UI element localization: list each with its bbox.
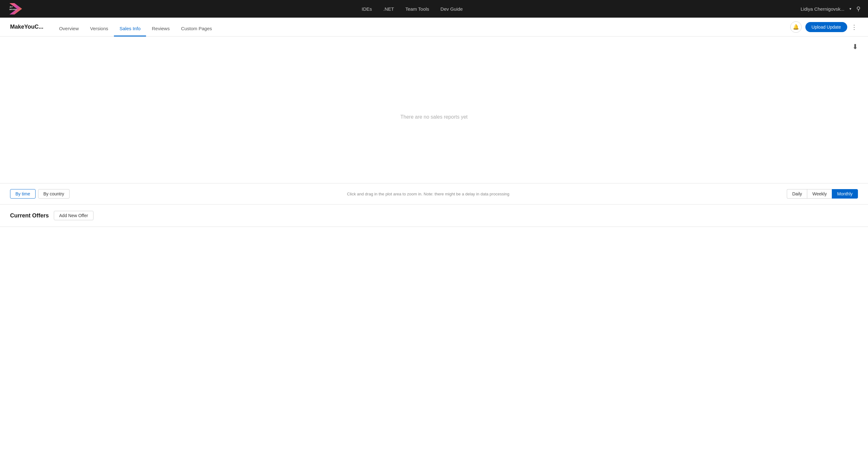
- search-icon[interactable]: ⚲: [856, 5, 861, 12]
- by-time-button[interactable]: By time: [10, 189, 36, 198]
- tab-overview[interactable]: Overview: [54, 26, 85, 36]
- main-content: ⬇ There are no sales reports yet By time…: [0, 36, 868, 227]
- chart-empty-area: There are no sales reports yet: [0, 51, 868, 183]
- svg-text:JET: JET: [9, 6, 13, 8]
- add-new-offer-button[interactable]: Add New Offer: [54, 211, 93, 220]
- time-period-toggle: Daily Weekly Monthly: [787, 189, 858, 198]
- top-navigation: JET BRAINS IDEs .NET Team Tools Dev Guid…: [0, 0, 868, 18]
- svg-text:BRAINS: BRAINS: [9, 8, 17, 10]
- sub-navigation: MakeYouC... Overview Versions Sales Info…: [0, 18, 868, 36]
- bell-icon: 🔔: [793, 24, 799, 30]
- top-nav-right: Lidiya Chernigovsk... ▾ ⚲: [801, 5, 861, 12]
- daily-button[interactable]: Daily: [787, 189, 807, 198]
- tab-versions[interactable]: Versions: [84, 26, 114, 36]
- sub-nav-tabs: Overview Versions Sales Info Reviews Cus…: [54, 18, 218, 36]
- current-offers-title: Current Offers: [10, 212, 49, 219]
- chevron-down-icon[interactable]: ▾: [849, 7, 851, 11]
- more-options-button[interactable]: ⋮: [851, 23, 858, 31]
- top-nav-links: IDEs .NET Team Tools Dev Guide: [36, 6, 788, 12]
- filter-bar: By time By country Click and drag in the…: [0, 183, 868, 204]
- logo[interactable]: JET BRAINS: [7, 2, 24, 16]
- weekly-button[interactable]: Weekly: [807, 189, 832, 198]
- tab-reviews[interactable]: Reviews: [146, 26, 175, 36]
- tab-custompages[interactable]: Custom Pages: [175, 26, 217, 36]
- tab-salesinfo[interactable]: Sales Info: [114, 26, 146, 36]
- view-filter-buttons: By time By country: [10, 189, 69, 198]
- bottom-divider: [0, 226, 868, 227]
- zoom-hint-text: Click and drag in the plot area to zoom …: [69, 192, 787, 196]
- nav-ides[interactable]: IDEs: [362, 6, 372, 12]
- nav-dotnet[interactable]: .NET: [383, 6, 394, 12]
- monthly-button[interactable]: Monthly: [832, 189, 858, 198]
- plugin-name: MakeYouC...: [10, 24, 43, 30]
- current-offers-section: Current Offers Add New Offer: [0, 204, 868, 226]
- download-icon[interactable]: ⬇: [852, 43, 858, 51]
- empty-state-text: There are no sales reports yet: [400, 114, 467, 120]
- notification-bell-button[interactable]: 🔔: [790, 22, 802, 33]
- by-country-button[interactable]: By country: [38, 189, 69, 198]
- sub-nav-right: 🔔 Upload Update ⋮: [790, 22, 858, 33]
- upload-update-button[interactable]: Upload Update: [805, 22, 847, 32]
- nav-teamtools[interactable]: Team Tools: [405, 6, 429, 12]
- nav-devguide[interactable]: Dev Guide: [441, 6, 463, 12]
- user-name[interactable]: Lidiya Chernigovsk...: [801, 6, 844, 12]
- download-bar: ⬇: [0, 36, 868, 51]
